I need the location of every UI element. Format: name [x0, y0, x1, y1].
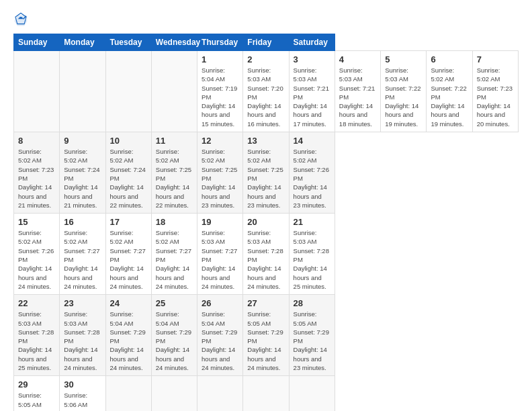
day-number: 23 [64, 298, 101, 308]
day-info: Sunrise: 5:02 AMSunset: 7:25 PMDaylight:… [156, 147, 193, 210]
day-number: 9 [64, 136, 101, 146]
day-info: Sunrise: 5:04 AMSunset: 7:29 PMDaylight:… [110, 310, 147, 372]
day-number: 25 [156, 298, 193, 308]
day-info: Sunrise: 5:03 AMSunset: 7:20 PMDaylight:… [247, 66, 284, 128]
day-info: Sunrise: 5:06 AMSunset: 7:29 PMDaylight:… [64, 391, 101, 411]
logo-icon [13, 12, 28, 27]
day-info: Sunrise: 5:03 AMSunset: 7:28 PMDaylight:… [18, 310, 55, 372]
day-number: 21 [294, 217, 330, 227]
day-number: 29 [18, 379, 55, 390]
day-info: Sunrise: 5:02 AMSunset: 7:23 PMDaylight:… [477, 66, 514, 128]
day-info: Sunrise: 5:02 AMSunset: 7:22 PMDaylight:… [431, 66, 468, 128]
calendar-cell: 13Sunrise: 5:02 AMSunset: 7:25 PMDayligh… [243, 132, 289, 214]
day-info: Sunrise: 5:04 AMSunset: 7:19 PMDaylight:… [202, 66, 238, 128]
day-number: 16 [64, 217, 101, 227]
day-info: Sunrise: 5:03 AMSunset: 7:27 PMDaylight:… [202, 228, 238, 291]
day-number: 24 [110, 298, 147, 308]
day-info: Sunrise: 5:02 AMSunset: 7:26 PMDaylight:… [294, 147, 330, 210]
header-row: SundayMondayTuesdayWednesdayThursdayFrid… [14, 34, 519, 51]
day-info: Sunrise: 5:05 AMSunset: 7:29 PMDaylight:… [18, 391, 55, 411]
day-number: 2 [247, 54, 284, 64]
day-number: 19 [202, 217, 238, 227]
day-info: Sunrise: 5:03 AMSunset: 7:21 PMDaylight:… [339, 66, 376, 128]
day-number: 5 [385, 54, 422, 64]
day-info: Sunrise: 5:03 AMSunset: 7:28 PMDaylight:… [294, 228, 330, 291]
day-info: Sunrise: 5:04 AMSunset: 7:29 PMDaylight:… [202, 310, 238, 372]
calendar-cell: 3Sunrise: 5:03 AMSunset: 7:21 PMDaylight… [289, 51, 335, 132]
day-number: 10 [110, 136, 147, 146]
calendar-cell: 1Sunrise: 5:04 AMSunset: 7:19 PMDaylight… [197, 51, 243, 132]
calendar-cell [105, 376, 151, 411]
day-number: 27 [247, 298, 284, 308]
calendar-cell: 4Sunrise: 5:03 AMSunset: 7:21 PMDaylight… [335, 51, 380, 132]
calendar-cell: 11Sunrise: 5:02 AMSunset: 7:25 PMDayligh… [151, 132, 197, 214]
day-number: 22 [18, 298, 55, 308]
day-number: 14 [294, 136, 330, 146]
calendar-cell: 28Sunrise: 5:05 AMSunset: 7:29 PMDayligh… [289, 295, 335, 376]
calendar-cell [151, 376, 197, 411]
calendar-cell [243, 376, 289, 411]
day-number: 3 [294, 54, 330, 64]
calendar-cell: 7Sunrise: 5:02 AMSunset: 7:23 PMDaylight… [472, 51, 518, 132]
day-info: Sunrise: 5:02 AMSunset: 7:27 PMDaylight:… [110, 228, 147, 291]
calendar-cell: 27Sunrise: 5:05 AMSunset: 7:29 PMDayligh… [243, 295, 289, 376]
day-info: Sunrise: 5:02 AMSunset: 7:23 PMDaylight:… [18, 147, 55, 210]
calendar-cell [14, 51, 60, 132]
week-row-5: 29Sunrise: 5:05 AMSunset: 7:29 PMDayligh… [14, 376, 519, 411]
day-number: 8 [18, 136, 55, 146]
day-info: Sunrise: 5:05 AMSunset: 7:29 PMDaylight:… [247, 310, 284, 372]
calendar-cell [105, 51, 151, 132]
day-number: 28 [294, 298, 330, 308]
calendar-cell: 29Sunrise: 5:05 AMSunset: 7:29 PMDayligh… [14, 376, 60, 411]
week-row-4: 22Sunrise: 5:03 AMSunset: 7:28 PMDayligh… [14, 295, 519, 376]
calendar-table: SundayMondayTuesdayWednesdayThursdayFrid… [13, 34, 519, 411]
calendar-cell: 6Sunrise: 5:02 AMSunset: 7:22 PMDaylight… [427, 51, 472, 132]
column-header-thursday: Thursday [197, 34, 243, 51]
day-number: 6 [431, 54, 468, 64]
calendar-cell: 12Sunrise: 5:02 AMSunset: 7:25 PMDayligh… [197, 132, 243, 214]
column-header-wednesday: Wednesday [151, 34, 197, 51]
header [13, 12, 519, 27]
day-number: 26 [202, 298, 238, 308]
calendar-cell: 15Sunrise: 5:02 AMSunset: 7:26 PMDayligh… [14, 214, 60, 295]
day-number: 13 [247, 136, 284, 146]
day-info: Sunrise: 5:02 AMSunset: 7:24 PMDaylight:… [64, 147, 101, 210]
day-info: Sunrise: 5:03 AMSunset: 7:22 PMDaylight:… [385, 66, 422, 128]
calendar-cell: 25Sunrise: 5:04 AMSunset: 7:29 PMDayligh… [151, 295, 197, 376]
calendar-cell [197, 376, 243, 411]
calendar-cell: 24Sunrise: 5:04 AMSunset: 7:29 PMDayligh… [105, 295, 151, 376]
calendar-page: SundayMondayTuesdayWednesdayThursdayFrid… [0, 0, 532, 411]
calendar-cell: 8Sunrise: 5:02 AMSunset: 7:23 PMDaylight… [14, 132, 60, 214]
calendar-cell: 16Sunrise: 5:02 AMSunset: 7:27 PMDayligh… [60, 214, 105, 295]
calendar-cell [289, 376, 335, 411]
day-number: 12 [202, 136, 238, 146]
day-number: 30 [64, 379, 101, 390]
calendar-cell: 22Sunrise: 5:03 AMSunset: 7:28 PMDayligh… [14, 295, 60, 376]
day-info: Sunrise: 5:03 AMSunset: 7:28 PMDaylight:… [247, 228, 284, 291]
calendar-cell: 10Sunrise: 5:02 AMSunset: 7:24 PMDayligh… [105, 132, 151, 214]
column-header-monday: Monday [60, 34, 105, 51]
day-info: Sunrise: 5:02 AMSunset: 7:27 PMDaylight:… [64, 228, 101, 291]
calendar-cell: 23Sunrise: 5:03 AMSunset: 7:28 PMDayligh… [60, 295, 105, 376]
day-info: Sunrise: 5:02 AMSunset: 7:25 PMDaylight:… [247, 147, 284, 210]
calendar-cell: 19Sunrise: 5:03 AMSunset: 7:27 PMDayligh… [197, 214, 243, 295]
logo [13, 12, 31, 27]
day-info: Sunrise: 5:03 AMSunset: 7:28 PMDaylight:… [64, 310, 101, 372]
day-info: Sunrise: 5:02 AMSunset: 7:25 PMDaylight:… [202, 147, 238, 210]
week-row-1: 1Sunrise: 5:04 AMSunset: 7:19 PMDaylight… [14, 51, 519, 132]
column-header-saturday: Saturday [289, 34, 335, 51]
day-number: 11 [156, 136, 193, 146]
calendar-cell: 9Sunrise: 5:02 AMSunset: 7:24 PMDaylight… [60, 132, 105, 214]
calendar-cell [151, 51, 197, 132]
day-info: Sunrise: 5:03 AMSunset: 7:21 PMDaylight:… [294, 66, 330, 128]
calendar-cell: 20Sunrise: 5:03 AMSunset: 7:28 PMDayligh… [243, 214, 289, 295]
calendar-cell: 2Sunrise: 5:03 AMSunset: 7:20 PMDaylight… [243, 51, 289, 132]
week-row-3: 15Sunrise: 5:02 AMSunset: 7:26 PMDayligh… [14, 214, 519, 295]
calendar-cell [60, 51, 105, 132]
day-info: Sunrise: 5:02 AMSunset: 7:27 PMDaylight:… [156, 228, 193, 291]
day-number: 4 [339, 54, 376, 64]
day-info: Sunrise: 5:02 AMSunset: 7:24 PMDaylight:… [110, 147, 147, 210]
calendar-cell: 21Sunrise: 5:03 AMSunset: 7:28 PMDayligh… [289, 214, 335, 295]
calendar-cell: 30Sunrise: 5:06 AMSunset: 7:29 PMDayligh… [60, 376, 105, 411]
day-info: Sunrise: 5:02 AMSunset: 7:26 PMDaylight:… [18, 228, 55, 291]
